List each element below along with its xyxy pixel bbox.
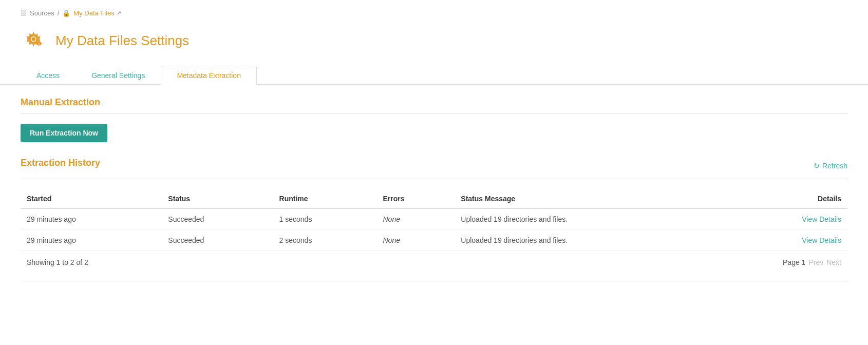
cell-status-0: Succeeded: [162, 208, 273, 230]
manual-extraction-section: Manual Extraction Run Extraction Now: [21, 97, 847, 142]
cell-runtime-1: 2 seconds: [273, 230, 377, 251]
refresh-button[interactable]: ↻ Refresh: [814, 162, 847, 170]
gear-icon: [21, 26, 48, 55]
page-title: My Data Files Settings: [55, 33, 189, 49]
view-details-link-0[interactable]: View Details: [802, 215, 841, 223]
extraction-history-divider: [21, 179, 847, 179]
pagination-controls: Page 1 Prev Next: [783, 258, 841, 266]
history-table: Started Status Runtime Errors Status Mes…: [21, 189, 847, 251]
bottom-divider: [21, 281, 847, 281]
breadcrumb-separator: /: [58, 9, 60, 17]
refresh-icon: ↻: [814, 162, 820, 170]
prev-page-link[interactable]: Prev: [808, 258, 823, 266]
page-header: My Data Files Settings: [0, 22, 868, 66]
cell-status-message-1: Uploaded 19 directories and files.: [455, 230, 728, 251]
col-details: Details: [728, 189, 847, 208]
cell-status-message-0: Uploaded 19 directories and files.: [455, 208, 728, 230]
cell-runtime-0: 1 seconds: [273, 208, 377, 230]
table-row: 29 minutes ago Succeeded 1 seconds None …: [21, 208, 847, 230]
main-content: Manual Extraction Run Extraction Now Ext…: [0, 85, 868, 294]
col-started: Started: [21, 189, 162, 208]
table-row: 29 minutes ago Succeeded 2 seconds None …: [21, 230, 847, 251]
cell-started-1: 29 minutes ago: [21, 230, 162, 251]
pagination-row: Showing 1 to 2 of 2 Page 1 Prev Next: [21, 251, 847, 271]
tab-general-settings[interactable]: General Settings: [76, 66, 161, 85]
manual-extraction-divider: [21, 113, 847, 113]
col-status-message: Status Message: [455, 189, 728, 208]
svg-point-2: [32, 37, 35, 41]
extraction-history-header: Extraction History ↻ Refresh: [21, 158, 847, 174]
extraction-history-section: Extraction History ↻ Refresh Started Sta…: [21, 158, 847, 271]
col-errors: Errors: [376, 189, 455, 208]
table-header-row: Started Status Runtime Errors Status Mes…: [21, 189, 847, 208]
cell-details-0: View Details: [728, 208, 847, 230]
manual-extraction-title: Manual Extraction: [21, 97, 847, 108]
cell-started-0: 29 minutes ago: [21, 208, 162, 230]
tab-access[interactable]: Access: [21, 66, 76, 85]
external-link-icon: ↗: [117, 10, 121, 16]
cell-status-1: Succeeded: [162, 230, 273, 251]
breadcrumb-sources: Sources: [30, 9, 54, 17]
showing-text: Showing 1 to 2 of 2: [27, 258, 88, 266]
extraction-history-title: Extraction History: [21, 158, 100, 168]
lock-icon: 🔒: [62, 9, 70, 17]
cell-errors-0: None: [376, 208, 455, 230]
tab-metadata-extraction[interactable]: Metadata Extraction: [161, 66, 257, 85]
sources-icon: ☰: [21, 9, 27, 17]
page-label: Page 1: [783, 258, 805, 266]
tabs-container: Access General Settings Metadata Extract…: [0, 66, 868, 85]
cell-details-1: View Details: [728, 230, 847, 251]
run-extraction-button[interactable]: Run Extraction Now: [21, 124, 107, 142]
view-details-link-1[interactable]: View Details: [802, 236, 841, 244]
cell-errors-1: None: [376, 230, 455, 251]
col-runtime: Runtime: [273, 189, 377, 208]
col-status: Status: [162, 189, 273, 208]
svg-point-5: [39, 43, 40, 44]
breadcrumb-current-link[interactable]: My Data Files ↗: [73, 9, 121, 17]
breadcrumb: ☰ Sources / 🔒 My Data Files ↗: [0, 0, 868, 22]
next-page-link[interactable]: Next: [826, 258, 841, 266]
